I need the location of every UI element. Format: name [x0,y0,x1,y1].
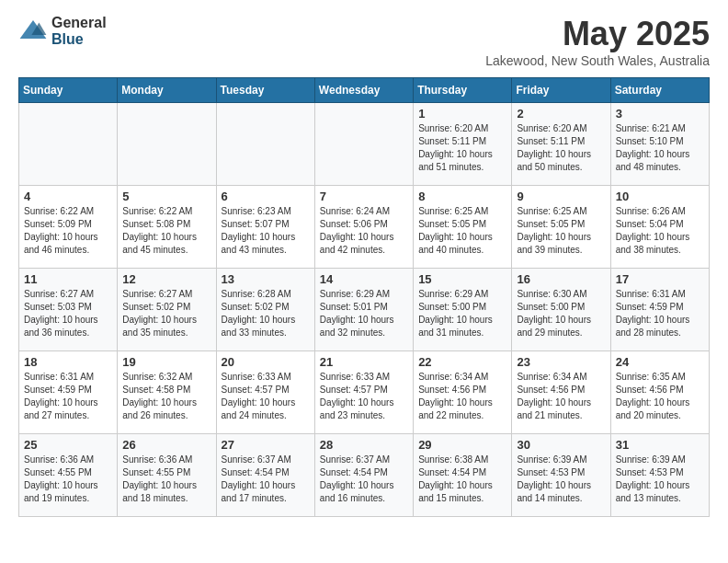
day-number: 27 [222,438,310,452]
calendar-week-row: 4Sunrise: 6:22 AM Sunset: 5:09 PM Daylig… [19,186,710,269]
page-header: General Blue May 2025 Lakewood, New Sout… [18,15,710,68]
day-number: 3 [616,107,704,121]
day-number: 28 [320,438,408,452]
day-info: Sunrise: 6:30 AM Sunset: 5:00 PM Dayligh… [517,288,605,339]
calendar-cell: 25Sunrise: 6:36 AM Sunset: 4:55 PM Dayli… [19,434,118,517]
calendar-location: Lakewood, New South Wales, Australia [485,53,710,68]
calendar-cell: 1Sunrise: 6:20 AM Sunset: 5:11 PM Daylig… [414,103,512,186]
calendar-cell [19,103,118,186]
day-number: 12 [122,272,210,286]
day-info: Sunrise: 6:31 AM Sunset: 4:59 PM Dayligh… [24,371,112,422]
day-info: Sunrise: 6:29 AM Sunset: 5:00 PM Dayligh… [418,288,506,339]
day-info: Sunrise: 6:20 AM Sunset: 5:11 PM Dayligh… [517,122,605,174]
header-sunday: Sunday [19,78,118,103]
header-thursday: Thursday [414,78,512,103]
day-number: 17 [616,272,704,286]
day-number: 31 [616,438,704,452]
day-info: Sunrise: 6:37 AM Sunset: 4:54 PM Dayligh… [320,454,408,505]
day-number: 20 [222,355,310,369]
calendar-cell: 8Sunrise: 6:25 AM Sunset: 5:05 PM Daylig… [414,186,512,269]
calendar-cell: 23Sunrise: 6:34 AM Sunset: 4:56 PM Dayli… [512,351,610,434]
day-number: 5 [122,190,210,203]
calendar-cell: 9Sunrise: 6:25 AM Sunset: 5:05 PM Daylig… [512,186,610,269]
header-tuesday: Tuesday [216,78,314,103]
day-info: Sunrise: 6:22 AM Sunset: 5:09 PM Dayligh… [24,205,112,257]
day-number: 13 [222,272,310,286]
logo-blue: Blue [51,31,107,48]
day-info: Sunrise: 6:36 AM Sunset: 4:55 PM Dayligh… [122,454,210,505]
day-info: Sunrise: 6:36 AM Sunset: 4:55 PM Dayligh… [24,454,112,505]
calendar-header-row: SundayMondayTuesdayWednesdayThursdayFrid… [19,78,710,103]
day-number: 1 [418,107,506,121]
calendar-cell [314,103,413,186]
day-number: 18 [24,355,112,369]
day-info: Sunrise: 6:37 AM Sunset: 4:54 PM Dayligh… [222,454,310,505]
calendar-cell: 19Sunrise: 6:32 AM Sunset: 4:58 PM Dayli… [118,351,216,434]
logo-icon [18,17,48,46]
calendar-cell: 17Sunrise: 6:31 AM Sunset: 4:59 PM Dayli… [610,269,709,351]
calendar-cell [118,103,216,186]
calendar-cell: 29Sunrise: 6:38 AM Sunset: 4:54 PM Dayli… [414,434,512,517]
logo: General Blue [18,15,107,47]
day-info: Sunrise: 6:27 AM Sunset: 5:03 PM Dayligh… [24,288,112,339]
day-number: 15 [418,272,506,286]
day-info: Sunrise: 6:35 AM Sunset: 4:56 PM Dayligh… [616,371,704,422]
day-number: 26 [122,438,210,452]
calendar-cell: 2Sunrise: 6:20 AM Sunset: 5:11 PM Daylig… [512,103,610,186]
calendar-cell: 18Sunrise: 6:31 AM Sunset: 4:59 PM Dayli… [19,351,118,434]
day-info: Sunrise: 6:27 AM Sunset: 5:02 PM Dayligh… [122,288,210,339]
day-info: Sunrise: 6:24 AM Sunset: 5:06 PM Dayligh… [320,205,408,257]
calendar-cell: 5Sunrise: 6:22 AM Sunset: 5:08 PM Daylig… [118,186,216,269]
day-info: Sunrise: 6:39 AM Sunset: 4:53 PM Dayligh… [517,454,605,505]
calendar-cell: 26Sunrise: 6:36 AM Sunset: 4:55 PM Dayli… [118,434,216,517]
day-number: 6 [222,190,310,203]
calendar-week-row: 18Sunrise: 6:31 AM Sunset: 4:59 PM Dayli… [19,351,710,434]
day-number: 30 [517,438,605,452]
calendar-cell: 13Sunrise: 6:28 AM Sunset: 5:02 PM Dayli… [216,269,314,351]
calendar-cell: 3Sunrise: 6:21 AM Sunset: 5:10 PM Daylig… [610,103,709,186]
day-number: 10 [616,190,704,203]
calendar-cell: 20Sunrise: 6:33 AM Sunset: 4:57 PM Dayli… [216,351,314,434]
day-number: 16 [517,272,605,286]
calendar-cell: 10Sunrise: 6:26 AM Sunset: 5:04 PM Dayli… [610,186,709,269]
title-block: May 2025 Lakewood, New South Wales, Aust… [485,15,710,68]
day-info: Sunrise: 6:26 AM Sunset: 5:04 PM Dayligh… [616,205,704,257]
logo-text: General Blue [51,15,107,47]
calendar-cell: 28Sunrise: 6:37 AM Sunset: 4:54 PM Dayli… [314,434,413,517]
day-info: Sunrise: 6:34 AM Sunset: 4:56 PM Dayligh… [517,371,605,422]
day-info: Sunrise: 6:33 AM Sunset: 4:57 PM Dayligh… [222,371,310,422]
day-info: Sunrise: 6:21 AM Sunset: 5:10 PM Dayligh… [616,122,704,174]
calendar-cell: 21Sunrise: 6:33 AM Sunset: 4:57 PM Dayli… [314,351,413,434]
calendar-cell: 24Sunrise: 6:35 AM Sunset: 4:56 PM Dayli… [610,351,709,434]
logo-general: General [51,15,107,31]
calendar-cell: 30Sunrise: 6:39 AM Sunset: 4:53 PM Dayli… [512,434,610,517]
day-number: 2 [517,107,605,121]
day-info: Sunrise: 6:31 AM Sunset: 4:59 PM Dayligh… [616,288,704,339]
day-info: Sunrise: 6:33 AM Sunset: 4:57 PM Dayligh… [320,371,408,422]
day-number: 7 [320,190,408,203]
calendar-cell: 14Sunrise: 6:29 AM Sunset: 5:01 PM Dayli… [314,269,413,351]
calendar-week-row: 25Sunrise: 6:36 AM Sunset: 4:55 PM Dayli… [19,434,710,517]
day-number: 24 [616,355,704,369]
day-info: Sunrise: 6:25 AM Sunset: 5:05 PM Dayligh… [517,205,605,257]
day-number: 19 [122,355,210,369]
day-number: 11 [24,272,112,286]
calendar-week-row: 1Sunrise: 6:20 AM Sunset: 5:11 PM Daylig… [19,103,710,186]
calendar-week-row: 11Sunrise: 6:27 AM Sunset: 5:03 PM Dayli… [19,269,710,351]
day-number: 4 [24,190,112,203]
day-number: 22 [418,355,506,369]
day-info: Sunrise: 6:23 AM Sunset: 5:07 PM Dayligh… [222,205,310,257]
calendar-cell: 16Sunrise: 6:30 AM Sunset: 5:00 PM Dayli… [512,269,610,351]
day-info: Sunrise: 6:38 AM Sunset: 4:54 PM Dayligh… [418,454,506,505]
day-info: Sunrise: 6:25 AM Sunset: 5:05 PM Dayligh… [418,205,506,257]
day-number: 29 [418,438,506,452]
header-saturday: Saturday [610,78,709,103]
day-number: 21 [320,355,408,369]
calendar-cell: 27Sunrise: 6:37 AM Sunset: 4:54 PM Dayli… [216,434,314,517]
day-number: 23 [517,355,605,369]
day-number: 25 [24,438,112,452]
day-info: Sunrise: 6:20 AM Sunset: 5:11 PM Dayligh… [418,122,506,174]
day-info: Sunrise: 6:29 AM Sunset: 5:01 PM Dayligh… [320,288,408,339]
calendar-cell: 31Sunrise: 6:39 AM Sunset: 4:53 PM Dayli… [610,434,709,517]
day-info: Sunrise: 6:22 AM Sunset: 5:08 PM Dayligh… [122,205,210,257]
